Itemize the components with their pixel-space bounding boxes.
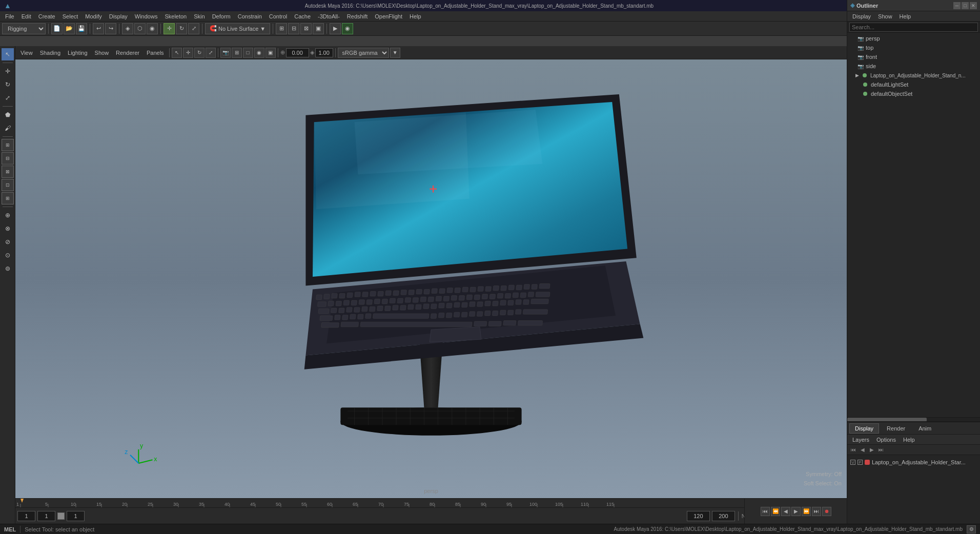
outliner-search-input[interactable]	[849, 23, 978, 32]
select-tool-left[interactable]: ↖	[2, 48, 14, 60]
tab-anim[interactable]: Anim	[913, 423, 937, 434]
grp-btn-1[interactable]: ⊞	[2, 139, 14, 151]
select-tool[interactable]: ◈	[122, 23, 133, 34]
open-button[interactable]: 📂	[64, 23, 75, 34]
menu-select[interactable]: Select	[59, 12, 81, 20]
menu-modify[interactable]: Modify	[82, 12, 105, 20]
ch-nav-btn1[interactable]: ⏮	[849, 446, 858, 454]
lasso-tool[interactable]: ⬡	[134, 23, 146, 34]
vp-menu-view[interactable]: View	[17, 49, 36, 57]
undo-button[interactable]: ↩	[93, 23, 104, 34]
vp-menu-lighting[interactable]: Lighting	[65, 49, 91, 57]
end-frame-input2[interactable]	[712, 511, 735, 521]
colorspace-dropdown[interactable]: sRGB gamma	[338, 48, 389, 58]
play-back-button[interactable]: ◀	[781, 507, 790, 516]
current-frame-input[interactable]	[37, 511, 55, 521]
menu-windows[interactable]: Windows	[132, 12, 161, 20]
record-button[interactable]: ⏺	[822, 507, 831, 516]
snap5-left[interactable]: ⊚	[2, 262, 14, 275]
soft-select-left[interactable]: ⬟	[2, 109, 14, 121]
render-btn1[interactable]: ▶	[330, 23, 341, 34]
outliner-menu-show[interactable]: Show	[875, 12, 895, 20]
menu-3dtoall[interactable]: -3DtoAll-	[315, 12, 343, 20]
value2-input[interactable]: 1.00	[315, 48, 333, 57]
tree-item-objectset[interactable]: defaultObjectSet	[847, 89, 980, 98]
ch-nav-btn4[interactable]: ⏭	[877, 446, 885, 454]
menu-redshift[interactable]: Redshift	[344, 12, 371, 20]
status-options[interactable]: ⚙	[967, 525, 976, 533]
rotate-tool-left[interactable]: ↻	[2, 78, 14, 91]
grp-btn-3[interactable]: ⊠	[2, 166, 14, 178]
time-ruler[interactable]: 1 5 10 15 20 25 30 35 40 45 50	[15, 499, 847, 508]
menu-cache[interactable]: Cache	[291, 12, 314, 20]
menu-edit[interactable]: Edit	[18, 12, 34, 20]
vp-btn-cam[interactable]: 📷	[220, 48, 231, 58]
vp-menu-panels[interactable]: Panels	[144, 49, 167, 57]
snap2-left[interactable]: ⊗	[2, 222, 14, 235]
new-button[interactable]: 📄	[51, 23, 63, 34]
grp-btn-5[interactable]: ⊞	[2, 192, 14, 204]
goto-start-button[interactable]: ⏮	[761, 507, 770, 516]
value1-input[interactable]: 0.00	[286, 48, 309, 57]
outliner-menu-help[interactable]: Help	[896, 12, 914, 20]
save-button[interactable]: 💾	[76, 23, 87, 34]
vp-menu-shading[interactable]: Shading	[37, 49, 64, 57]
tree-item-lightset[interactable]: defaultLightSet	[847, 80, 980, 89]
vp-btn-rotate[interactable]: ↻	[194, 48, 205, 58]
snap4-left[interactable]: ⊙	[2, 249, 14, 261]
paint-tool[interactable]: ◉	[147, 23, 158, 34]
paint-left[interactable]: 🖌	[2, 122, 14, 134]
menu-help[interactable]: Help	[406, 12, 424, 20]
outliner-minimize[interactable]: ─	[953, 2, 961, 9]
language-label[interactable]: MEL	[4, 526, 16, 532]
outliner-maximize[interactable]: □	[962, 2, 969, 9]
tree-item-side[interactable]: 📷 side	[847, 61, 980, 71]
tool1[interactable]: ⊞	[276, 23, 287, 34]
vp-menu-show[interactable]: Show	[92, 49, 112, 57]
vp-btn-move[interactable]: ✛	[183, 48, 193, 58]
snap-left[interactable]: ⊕	[2, 209, 14, 221]
ch-menu-layers[interactable]: Layers	[849, 436, 872, 444]
tree-item-top[interactable]: 📷 top	[847, 43, 980, 52]
rigging-dropdown[interactable]: Rigging Animation Modeling Rendering	[2, 23, 46, 34]
step-forward-button[interactable]: ⏩	[802, 507, 811, 516]
menu-create[interactable]: Create	[35, 12, 58, 20]
menu-skin[interactable]: Skin	[191, 12, 208, 20]
vp-btn-select[interactable]: ↖	[172, 48, 182, 58]
layer-vp[interactable]: V	[850, 460, 855, 465]
tab-render[interactable]: Render	[881, 423, 911, 434]
tool4[interactable]: ▣	[313, 23, 324, 34]
ch-menu-help[interactable]: Help	[900, 436, 918, 444]
menu-constrain[interactable]: Constrain	[235, 12, 265, 20]
end-frame-input[interactable]	[687, 511, 710, 521]
tab-display[interactable]: Display	[849, 423, 879, 434]
vp-btn-textured[interactable]: ▣	[266, 48, 276, 58]
ch-nav-btn3[interactable]: ▶	[868, 446, 876, 454]
start-frame-input[interactable]	[17, 511, 35, 521]
vp-btn-grid[interactable]: ⊞	[232, 48, 242, 58]
rotate-tool[interactable]: ↻	[176, 23, 187, 34]
grp-btn-2[interactable]: ⊟	[2, 152, 14, 165]
tree-item-persp[interactable]: 📷 persp	[847, 34, 980, 43]
menu-file[interactable]: File	[2, 12, 17, 20]
vp-menu-renderer[interactable]: Renderer	[113, 49, 142, 57]
menu-openflight[interactable]: OpenFlight	[372, 12, 405, 20]
outliner-close[interactable]: ✕	[970, 2, 977, 9]
outliner-menu-display[interactable]: Display	[849, 12, 874, 20]
grp-btn-4[interactable]: ⊡	[2, 179, 14, 191]
play-forward-button[interactable]: ▶	[791, 507, 801, 516]
vp-btn-scale[interactable]: ⤢	[206, 48, 216, 58]
redo-button[interactable]: ↪	[105, 23, 116, 34]
menu-skeleton[interactable]: Skeleton	[161, 12, 190, 20]
move-tool-left[interactable]: ✛	[2, 65, 14, 77]
tree-expand-icon[interactable]: ▶	[855, 73, 859, 78]
tool2[interactable]: ⊟	[288, 23, 299, 34]
snap3-left[interactable]: ⊘	[2, 236, 14, 248]
step-back-button[interactable]: ⏪	[771, 507, 780, 516]
viewport[interactable]: x y z Symmetry: Off Soft Select: On pers…	[15, 59, 847, 498]
menu-control[interactable]: Control	[266, 12, 290, 20]
ch-menu-options[interactable]: Options	[873, 436, 899, 444]
vp-btn-smooth[interactable]: ◉	[254, 48, 264, 58]
goto-end-button[interactable]: ⏭	[812, 507, 821, 516]
scale-tool-left[interactable]: ⤢	[2, 92, 14, 104]
